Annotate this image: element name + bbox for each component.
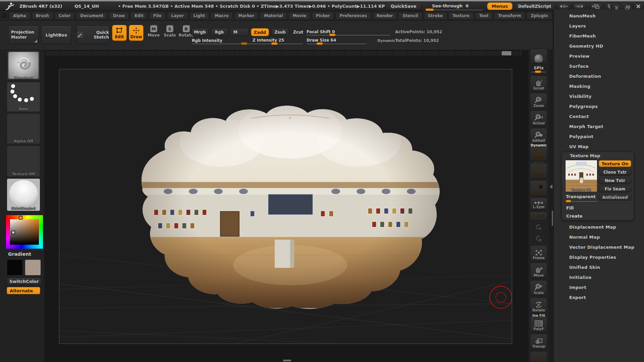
scale-3d-button[interactable]: Scale <box>530 280 547 296</box>
focal-shift-handle[interactable] <box>329 34 336 36</box>
scroll-button[interactable]: Scroll <box>530 76 547 91</box>
section-fibermesh[interactable]: FiberMesh <box>554 31 644 41</box>
color-picker[interactable] <box>6 215 43 249</box>
current-brush-thumbnail[interactable]: Standard <box>7 50 40 80</box>
menu-document[interactable]: Document <box>76 12 107 19</box>
section-unified-skin[interactable]: Unified Skin <box>554 262 644 272</box>
actual-button[interactable]: x1 Actual <box>530 111 547 126</box>
shelf-scroll-right-button[interactable] <box>572 3 586 10</box>
spix-handle[interactable] <box>535 70 541 73</box>
lsym-button[interactable]: L.Sym <box>530 198 547 210</box>
hue-marker[interactable] <box>19 216 22 220</box>
mrgb-button[interactable]: Mrgb <box>191 28 209 36</box>
aahalf-button[interactable]: AAHalf <box>530 128 547 143</box>
menu-preferences[interactable]: Preferences <box>335 12 371 19</box>
menu-material[interactable]: Material <box>260 12 287 19</box>
close-button[interactable] <box>633 3 643 10</box>
timeline-handle[interactable] <box>502 51 511 55</box>
secondary-color-swatch[interactable] <box>25 259 41 276</box>
move-3d-button[interactable]: Move <box>530 263 547 278</box>
menu-texture[interactable]: Texture <box>448 12 474 19</box>
menu-render[interactable]: Render <box>373 12 397 19</box>
right-tray-divider[interactable] <box>549 50 553 362</box>
rgb-intensity-handle[interactable] <box>241 42 248 45</box>
section-import[interactable]: Import <box>554 282 644 292</box>
quicksave-button[interactable]: QuickSave <box>385 2 422 10</box>
fill-subsection[interactable]: Fill <box>566 205 574 210</box>
rotate-3d-button[interactable]: Rotate <box>530 298 547 313</box>
transparent-handle[interactable] <box>566 200 571 202</box>
menu-edit[interactable]: Edit <box>130 12 148 19</box>
draw-size-slider[interactable] <box>307 44 366 44</box>
zadd-button[interactable]: Zadd <box>251 28 269 36</box>
canvas-bottom-handle[interactable] <box>283 360 291 361</box>
clone-txtr-button[interactable]: Clone Txtr <box>599 169 631 176</box>
zsub-button[interactable]: Zsub <box>271 28 289 36</box>
texture-on-button[interactable]: Texture On <box>599 160 631 167</box>
section-uv-map[interactable]: UV Map <box>554 141 644 152</box>
rgb-intensity-slider[interactable] <box>192 44 259 44</box>
current-alpha-thumbnail[interactable]: Alpha Off <box>7 113 40 144</box>
transp-button[interactable]: Transp <box>530 334 547 349</box>
menu-marker[interactable]: Marker <box>234 12 259 19</box>
fix-seam-button[interactable]: Fix Seam <box>599 186 631 192</box>
switchcolor-button[interactable]: SwitchColor <box>7 278 42 285</box>
saturation-marker[interactable] <box>11 231 15 234</box>
menu-layer[interactable]: Layer <box>167 12 187 19</box>
lightbox-button[interactable]: LightBox <box>41 25 72 44</box>
menu-file[interactable]: File <box>149 12 166 19</box>
z-intensity-slider[interactable] <box>253 44 303 44</box>
xyz-rotation-button[interactable]: XYZ <box>530 212 547 221</box>
projection-master-button[interactable]: Projection Master <box>8 25 39 44</box>
menu-macro[interactable]: Macro <box>211 12 232 19</box>
rotate-z-button[interactable]: Z <box>530 234 547 243</box>
menu-corner-box[interactable] <box>1 13 7 19</box>
section-normal-map[interactable]: Normal Map <box>554 232 644 242</box>
section-geometry-hd[interactable]: Geometry HD <box>554 41 644 51</box>
ghost-button[interactable]: Ghost <box>530 351 547 362</box>
alternate-button[interactable]: Alternate <box>7 287 40 294</box>
antialiased-button[interactable]: Antialiased <box>599 194 631 200</box>
create-subsection[interactable]: Create <box>566 214 583 219</box>
viewport-3d[interactable] <box>59 69 512 344</box>
timeline-strip[interactable] <box>46 51 522 56</box>
rotate-y-button[interactable]: Y <box>530 223 547 232</box>
menu-stroke[interactable]: Stroke <box>424 12 447 19</box>
current-texture-thumbnail[interactable]: Texture Off <box>7 145 40 177</box>
menu-stencil[interactable]: Stencil <box>398 12 422 19</box>
menu-picker[interactable]: Picker <box>312 12 334 19</box>
zcut-button[interactable]: Zcut <box>293 30 303 35</box>
move-tool-button[interactable]: M Move <box>147 25 160 38</box>
floor-button[interactable]: Floor <box>530 163 547 178</box>
section-layers[interactable]: Layers <box>554 21 644 31</box>
menu-zplugin[interactable]: Zplugin <box>527 12 552 19</box>
draw-size-handle[interactable] <box>316 42 323 45</box>
menu-movie[interactable]: Movie <box>288 12 310 19</box>
menu-color[interactable]: Color <box>55 12 74 19</box>
menus-button[interactable]: Menus <box>487 2 513 10</box>
section-vector-displacement-map[interactable]: Vector Displacement Map <box>554 242 644 252</box>
section-preview[interactable]: Preview <box>554 51 644 61</box>
section-contact[interactable]: Contact <box>554 111 644 121</box>
m-button[interactable]: M <box>230 28 249 36</box>
panel-scrollbar[interactable] <box>552 210 553 226</box>
section-export[interactable]: Export <box>554 292 644 302</box>
draw-button[interactable]: Draw <box>129 25 144 41</box>
section-masking[interactable]: Masking <box>554 81 644 91</box>
persp-button[interactable]: Persp <box>530 145 547 161</box>
gradient-button[interactable]: Gradient <box>8 251 31 257</box>
palette-prev-button[interactable] <box>589 3 603 10</box>
main-color-swatch[interactable] <box>7 259 23 276</box>
menu-brush[interactable]: Brush <box>32 12 53 19</box>
zoom-button[interactable]: Zoom <box>530 93 547 109</box>
section-deformation[interactable]: Deformation <box>554 71 644 81</box>
section-nanomesh[interactable]: NanoMesh <box>554 11 644 21</box>
menu-alpha[interactable]: Alpha <box>9 12 30 19</box>
section-morph-target[interactable]: Morph Target <box>554 121 644 131</box>
section-visibility[interactable]: Visibility <box>554 91 644 101</box>
viewport-canvas[interactable] <box>44 50 529 362</box>
section-polygroups[interactable]: Polygroups <box>554 101 644 111</box>
scale-tool-button[interactable]: S Scale <box>163 25 176 38</box>
section-displacement-map[interactable]: Displacement Map <box>554 222 644 232</box>
frame-button[interactable]: Frame <box>530 245 547 261</box>
